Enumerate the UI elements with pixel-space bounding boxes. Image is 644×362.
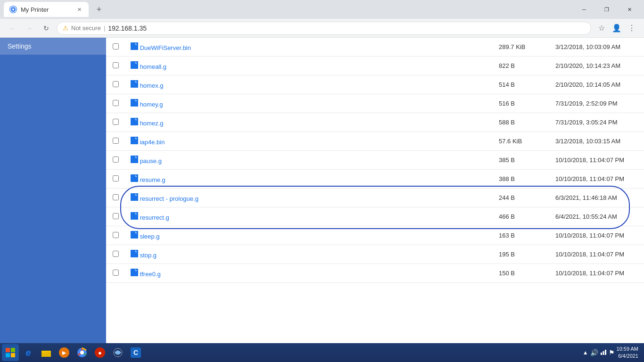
row-checkbox[interactable] bbox=[113, 194, 119, 200]
filename-cell[interactable]: homex.g bbox=[125, 75, 493, 94]
browser-tab[interactable]: My Printer ✕ bbox=[4, 2, 89, 17]
checkbox-cell[interactable] bbox=[106, 38, 125, 57]
new-tab-button[interactable]: + bbox=[92, 3, 106, 16]
filename-link[interactable]: resurrect - prologue.g bbox=[131, 193, 487, 202]
minimize-button[interactable]: ─ bbox=[573, 2, 595, 17]
table-row[interactable]: pause.g 385 B 10/10/2018, 11:04:07 PM bbox=[106, 151, 644, 170]
filename-link[interactable]: resurrect.g bbox=[131, 212, 487, 221]
checkbox-cell[interactable] bbox=[106, 207, 125, 226]
table-row[interactable]: homex.g 514 B 2/10/2020, 10:14:05 AM bbox=[106, 75, 644, 94]
table-row[interactable]: tfree0.g 150 B 10/10/2018, 11:04:07 PM bbox=[106, 264, 644, 283]
checkbox-cell[interactable] bbox=[106, 151, 125, 170]
filename-cell[interactable]: resume.g bbox=[125, 170, 493, 189]
filename-cell[interactable]: resurrect.g bbox=[125, 207, 493, 226]
file-table-wrapper: DueWiFiServer.bin 289.7 KiB 3/12/2018, 1… bbox=[106, 38, 644, 283]
filename-cell[interactable]: iap4e.bin bbox=[125, 132, 493, 151]
filename-cell[interactable]: stop.g bbox=[125, 245, 493, 264]
start-button[interactable] bbox=[2, 344, 19, 361]
filename-cell[interactable]: DueWiFiServer.bin bbox=[125, 38, 493, 57]
address-bar[interactable]: ⚠ Not secure | 192.168.1.35 bbox=[57, 22, 591, 35]
table-row[interactable]: iap4e.bin 57.6 KiB 3/12/2018, 10:03:15 A… bbox=[106, 132, 644, 151]
network-button[interactable] bbox=[109, 344, 126, 361]
checkbox-cell[interactable] bbox=[106, 94, 125, 113]
filename-link[interactable]: tfree0.g bbox=[131, 269, 487, 278]
checkbox-cell[interactable] bbox=[106, 113, 125, 132]
table-row[interactable]: homeall.g 822 B 2/10/2020, 10:14:23 AM bbox=[106, 57, 644, 75]
main-content[interactable]: DueWiFiServer.bin 289.7 KiB 3/12/2018, 1… bbox=[106, 38, 644, 343]
file-date: 7/31/2019, 2:52:09 PM bbox=[550, 94, 644, 113]
bookmark-button[interactable]: ☆ bbox=[595, 22, 608, 35]
back-button[interactable]: ← bbox=[6, 22, 19, 35]
restore-button[interactable]: ❐ bbox=[596, 2, 618, 17]
checkbox-cell[interactable] bbox=[106, 189, 125, 207]
pinball-button[interactable]: ● bbox=[91, 344, 108, 361]
filename-cell[interactable]: sleep.g bbox=[125, 226, 493, 245]
checkbox-cell[interactable] bbox=[106, 170, 125, 189]
checkbox-cell[interactable] bbox=[106, 57, 125, 75]
filename-link[interactable]: pause.g bbox=[131, 156, 487, 165]
row-checkbox[interactable] bbox=[113, 62, 119, 68]
refresh-button[interactable]: ↻ bbox=[40, 22, 53, 35]
filename-cell[interactable]: homey.g bbox=[125, 94, 493, 113]
media-player-button[interactable]: ▶ bbox=[56, 344, 73, 361]
table-row[interactable]: stop.g 195 B 10/10/2018, 11:04:07 PM bbox=[106, 245, 644, 264]
filename-link[interactable]: sleep.g bbox=[131, 231, 487, 240]
row-checkbox[interactable] bbox=[113, 43, 119, 49]
file-explorer-button[interactable] bbox=[38, 344, 55, 361]
checkbox-cell[interactable] bbox=[106, 264, 125, 283]
menu-button[interactable]: ⋮ bbox=[625, 22, 638, 35]
table-row[interactable]: sleep.g 163 B 10/10/2018, 11:04:07 PM bbox=[106, 226, 644, 245]
show-hidden-icons-button[interactable]: ▲ bbox=[583, 349, 588, 356]
flag-icon[interactable]: ⚑ bbox=[609, 349, 615, 356]
row-checkbox[interactable] bbox=[113, 119, 119, 125]
checkbox-cell[interactable] bbox=[106, 245, 125, 264]
cerberus-button[interactable]: C bbox=[127, 344, 144, 361]
filename-link[interactable]: iap4e.bin bbox=[131, 137, 487, 146]
close-button[interactable]: ✕ bbox=[619, 2, 640, 17]
tab-favicon bbox=[9, 6, 17, 13]
table-row[interactable]: homez.g 588 B 7/31/2019, 3:05:24 PM bbox=[106, 113, 644, 132]
file-icon bbox=[131, 118, 138, 125]
filename-link[interactable]: homez.g bbox=[131, 118, 487, 127]
row-checkbox[interactable] bbox=[113, 81, 119, 87]
table-row[interactable]: homey.g 516 B 7/31/2019, 2:52:09 PM bbox=[106, 94, 644, 113]
filename-cell[interactable]: resurrect - prologue.g bbox=[125, 189, 493, 207]
table-row[interactable]: resurrect.g 466 B 6/4/2021, 10:55:24 AM bbox=[106, 207, 644, 226]
table-row[interactable]: resurrect - prologue.g 244 B 6/3/2021, 1… bbox=[106, 189, 644, 207]
filename-cell[interactable]: tfree0.g bbox=[125, 264, 493, 283]
checkbox-cell[interactable] bbox=[106, 132, 125, 151]
filename-cell[interactable]: homeall.g bbox=[125, 57, 493, 75]
ie-button[interactable]: e bbox=[20, 344, 37, 361]
row-checkbox[interactable] bbox=[113, 100, 119, 106]
volume-icon[interactable]: 🔊 bbox=[590, 349, 598, 356]
row-checkbox[interactable] bbox=[113, 213, 119, 219]
file-date: 7/31/2019, 3:05:24 PM bbox=[550, 113, 644, 132]
filename-link[interactable]: resume.g bbox=[131, 174, 487, 183]
checkbox-cell[interactable] bbox=[106, 75, 125, 94]
row-checkbox[interactable] bbox=[113, 232, 119, 238]
row-checkbox[interactable] bbox=[113, 156, 119, 163]
row-checkbox[interactable] bbox=[113, 251, 119, 257]
filename-cell[interactable]: pause.g bbox=[125, 151, 493, 170]
filename-link[interactable]: homex.g bbox=[131, 80, 487, 89]
file-date: 2/10/2020, 10:14:05 AM bbox=[550, 75, 644, 94]
profile-button[interactable]: 👤 bbox=[610, 22, 623, 35]
table-row[interactable]: resume.g 388 B 10/10/2018, 11:04:07 PM bbox=[106, 170, 644, 189]
file-date: 3/12/2018, 10:03:09 AM bbox=[550, 38, 644, 57]
row-checkbox[interactable] bbox=[113, 175, 119, 181]
row-checkbox[interactable] bbox=[113, 270, 119, 276]
filename-link[interactable]: DueWiFiServer.bin bbox=[131, 42, 487, 51]
tab-close-button[interactable]: ✕ bbox=[75, 6, 83, 13]
forward-button[interactable]: → bbox=[23, 22, 36, 35]
table-row[interactable]: DueWiFiServer.bin 289.7 KiB 3/12/2018, 1… bbox=[106, 38, 644, 57]
chrome-button[interactable] bbox=[74, 344, 91, 361]
row-checkbox[interactable] bbox=[113, 138, 119, 144]
clock[interactable]: 10:59 AM 6/4/2021 bbox=[617, 346, 638, 360]
filename-cell[interactable]: homez.g bbox=[125, 113, 493, 132]
filename-link[interactable]: stop.g bbox=[131, 250, 487, 259]
filename-link[interactable]: homeall.g bbox=[131, 61, 487, 70]
sidebar-item-settings[interactable]: Settings bbox=[0, 38, 106, 55]
filename-link[interactable]: homey.g bbox=[131, 99, 487, 108]
checkbox-cell[interactable] bbox=[106, 226, 125, 245]
network-tray-icon[interactable] bbox=[600, 349, 607, 357]
